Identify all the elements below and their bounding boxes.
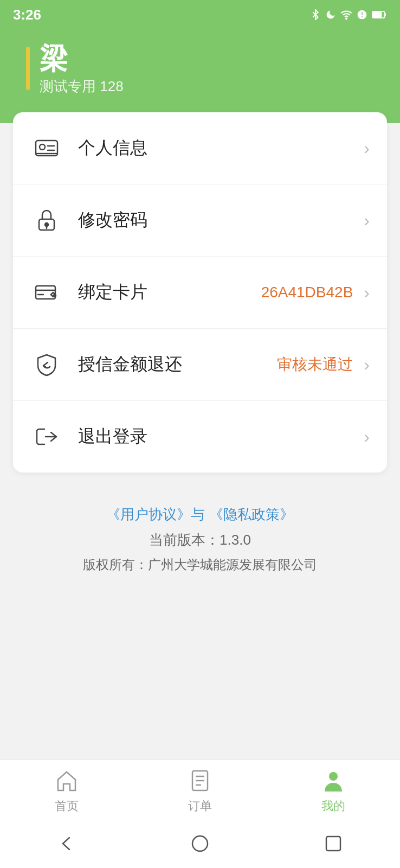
footer-copyright: 版权所有：广州大学城能源发展有限公司 — [83, 556, 317, 573]
bind-card-value: 26A41DB42B — [261, 284, 353, 301]
home-tab-icon — [53, 767, 81, 795]
menu-item-change-password[interactable]: 修改密码 › — [13, 184, 387, 257]
menu-item-bind-card[interactable]: 绑定卡片 26A41DB42B › — [13, 257, 387, 329]
wifi-icon — [340, 9, 352, 21]
bluetooth-icon — [310, 9, 321, 20]
credit-refund-value: 审核未通过 — [277, 354, 353, 375]
profile-subtitle: 测试专用 128 — [40, 77, 124, 96]
svg-point-21 — [192, 836, 208, 851]
alert-icon — [357, 9, 367, 20]
profile-name: 梁 — [40, 44, 124, 73]
bind-card-arrow: › — [364, 283, 370, 303]
tab-mine-label: 我的 — [321, 798, 345, 814]
tab-orders[interactable]: 订单 — [133, 767, 267, 814]
change-password-label: 修改密码 — [78, 208, 359, 232]
status-bar: 3:26 — [0, 0, 400, 28]
card-icon — [30, 276, 63, 309]
profile-text: 梁 测试专用 128 — [40, 44, 124, 96]
logout-arrow: › — [364, 427, 370, 447]
back-button[interactable] — [50, 827, 83, 860]
footer-links[interactable]: 《用户协议》与 《隐私政策》 — [106, 505, 293, 524]
system-nav — [0, 825, 400, 868]
tab-mine[interactable]: 我的 — [267, 767, 400, 814]
recent-apps-button[interactable] — [317, 827, 350, 860]
bind-card-label: 绑定卡片 — [78, 280, 261, 304]
orders-tab-icon — [186, 767, 214, 795]
status-time: 3:26 — [13, 7, 41, 23]
menu-item-personal-info[interactable]: 个人信息 › — [13, 112, 387, 184]
home-button[interactable] — [184, 827, 216, 860]
shield-back-icon — [30, 348, 63, 381]
svg-rect-22 — [326, 837, 340, 851]
tab-orders-label: 订单 — [188, 798, 212, 814]
footer-version: 当前版本：1.3.0 — [149, 531, 251, 550]
svg-point-4 — [40, 144, 45, 150]
lock-icon — [30, 204, 63, 237]
change-password-arrow: › — [364, 210, 370, 231]
logout-label: 退出登录 — [78, 425, 359, 449]
logout-icon — [30, 420, 63, 453]
personal-info-label: 个人信息 — [78, 136, 359, 160]
menu-item-logout[interactable]: 退出登录 › — [13, 401, 387, 473]
status-icons — [310, 9, 387, 21]
menu-item-credit-refund[interactable]: 授信金额退还 审核未通过 › — [13, 329, 387, 401]
id-card-icon — [30, 132, 63, 164]
profile-accent-bar — [26, 47, 30, 90]
tab-home-label: 首页 — [55, 798, 79, 814]
footer-section: 《用户协议》与 《隐私政策》 当前版本：1.3.0 版权所有：广州大学城能源发展… — [0, 473, 400, 667]
svg-point-14 — [54, 295, 56, 297]
battery-icon — [372, 9, 387, 20]
main-card: 个人信息 › 修改密码 › 绑定卡片 26A — [13, 112, 387, 473]
profile-header: 梁 测试专用 128 — [0, 28, 400, 123]
mine-tab-icon — [319, 767, 347, 795]
tab-bar: 首页 订单 我的 — [0, 760, 400, 825]
personal-info-arrow: › — [364, 138, 370, 158]
svg-point-20 — [329, 772, 338, 781]
credit-refund-arrow: › — [364, 355, 370, 375]
tab-home[interactable]: 首页 — [0, 767, 133, 814]
svg-point-0 — [346, 18, 347, 19]
moon-icon — [325, 9, 336, 20]
svg-rect-2 — [373, 12, 382, 18]
credit-refund-label: 授信金额退还 — [78, 353, 277, 376]
